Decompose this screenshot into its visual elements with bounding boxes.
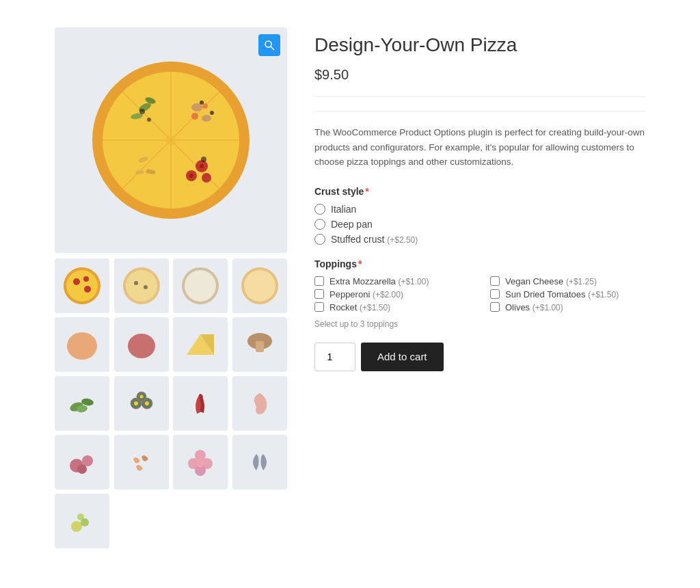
svg-point-64: [196, 459, 204, 468]
toppings-grid: Extra Mozzarella (+$1.00) Pepperoni (+$2…: [314, 276, 645, 315]
svg-point-56: [139, 395, 143, 399]
main-product-image: [55, 27, 287, 253]
svg-point-9: [202, 115, 211, 122]
svg-point-41: [244, 270, 275, 302]
thumbnail-basil[interactable]: [55, 376, 109, 431]
svg-point-32: [83, 276, 89, 282]
svg-point-10: [200, 101, 204, 105]
crust-stuffed-radio[interactable]: [314, 234, 325, 245]
crust-stuffed-option[interactable]: Stuffed crust (+$2.50): [314, 234, 645, 245]
topping-sun-dried-checkbox[interactable]: [490, 289, 500, 299]
thumbnail-strips[interactable]: [114, 435, 169, 490]
svg-point-8: [191, 103, 202, 111]
toppings-label: Toppings *: [314, 258, 645, 269]
topping-sun-dried-label: Sun Dried Tomatoes (+$1.50): [505, 289, 619, 299]
svg-point-17: [139, 109, 145, 114]
crust-style-group: Crust style * Italian Deep pan Stuffed c…: [314, 186, 645, 245]
divider: [314, 96, 645, 97]
thumbnail-leaves[interactable]: [232, 435, 287, 490]
crust-required-star: *: [365, 186, 368, 197]
thumbnail-cheese[interactable]: [173, 317, 228, 372]
svg-point-13: [202, 103, 208, 109]
svg-point-28: [165, 135, 176, 146]
thumbnail-white-pizza[interactable]: [173, 258, 228, 313]
product-images: [55, 27, 287, 548]
svg-point-37: [144, 285, 148, 289]
quantity-input[interactable]: [314, 343, 355, 371]
topping-olives-checkbox[interactable]: [490, 302, 500, 312]
product-details: Design-Your-Own Pizza $9.50 The WooComme…: [314, 27, 645, 371]
topping-mozzarella[interactable]: Extra Mozzarella (+$1.00): [314, 276, 470, 286]
svg-point-54: [145, 401, 149, 405]
zoom-button[interactable]: [258, 34, 280, 56]
topping-sun-dried[interactable]: Sun Dried Tomatoes (+$1.50): [490, 289, 645, 299]
svg-point-42: [67, 332, 97, 360]
svg-point-39: [185, 270, 216, 302]
svg-point-22: [200, 164, 204, 168]
pizza-illustration: [89, 58, 253, 222]
svg-rect-47: [256, 341, 264, 352]
thumbnail-mushroom[interactable]: [232, 317, 287, 372]
crust-stuffed-label: Stuffed crust (+$2.50): [331, 234, 418, 245]
svg-point-33: [84, 286, 91, 293]
svg-point-24: [201, 157, 206, 162]
topping-olives-label: Olives (+$1.00): [505, 302, 563, 312]
toppings-required-star: *: [358, 258, 362, 269]
thumbnail-plain-pizza[interactable]: [114, 258, 169, 313]
topping-rocket-checkbox[interactable]: [314, 302, 324, 312]
crust-deeppan-label: Deep pan: [331, 219, 373, 230]
thumbnail-flower[interactable]: [173, 435, 228, 490]
thumbnail-peach[interactable]: [55, 317, 109, 372]
svg-point-65: [71, 521, 82, 532]
topping-pepperoni[interactable]: Pepperoni (+$2.00): [314, 289, 470, 299]
add-to-cart-button[interactable]: Add to cart: [361, 343, 444, 371]
toppings-group: Toppings * Extra Mozzarella (+$1.00) Pep…: [314, 258, 645, 329]
topping-vegan-cheese-checkbox[interactable]: [490, 276, 500, 286]
svg-point-36: [134, 281, 138, 285]
svg-point-43: [128, 334, 155, 358]
topping-rocket[interactable]: Rocket (+$1.50): [314, 302, 470, 312]
product-description: The WooCommerce Product Options plugin i…: [314, 111, 645, 170]
thumbnail-chili[interactable]: [173, 376, 228, 431]
topping-pepperoni-checkbox[interactable]: [314, 289, 324, 299]
thumbnails-grid: [55, 258, 287, 548]
toppings-hint: Select up to 3 toppings: [314, 319, 645, 329]
svg-point-21: [202, 173, 211, 183]
topping-vegan-cheese[interactable]: Vegan Cheese (+$1.25): [490, 276, 645, 286]
stuffed-crust-price: (+$2.50): [387, 235, 418, 245]
svg-point-31: [73, 278, 80, 285]
svg-point-23: [189, 174, 193, 178]
svg-point-12: [191, 113, 198, 120]
topping-rocket-label: Rocket (+$1.50): [329, 302, 390, 312]
topping-olives[interactable]: Olives (+$1.00): [490, 302, 645, 312]
topping-mozzarella-checkbox[interactable]: [314, 276, 324, 286]
zoom-icon: [264, 40, 275, 51]
product-layout: Design-Your-Own Pizza $9.50 The WooComme…: [55, 27, 645, 548]
thumbnail-tomato[interactable]: [114, 317, 169, 372]
svg-point-52: [134, 401, 138, 405]
topping-pepperoni-label: Pepperoni (+$2.00): [329, 289, 403, 299]
svg-point-18: [147, 118, 151, 122]
thumbnail-plain-dough[interactable]: [232, 258, 287, 313]
product-title: Design-Your-Own Pizza: [314, 34, 645, 56]
svg-point-59: [77, 464, 87, 474]
svg-point-35: [126, 270, 157, 302]
crust-italian-option[interactable]: Italian: [314, 204, 645, 215]
thumbnail-tomato2[interactable]: [55, 435, 109, 490]
topping-mozzarella-label: Extra Mozzarella (+$1.00): [329, 276, 429, 286]
svg-point-67: [77, 513, 84, 520]
topping-vegan-cheese-label: Vegan Cheese (+$1.25): [505, 276, 597, 286]
product-price: $9.50: [314, 67, 645, 83]
crust-italian-radio[interactable]: [314, 204, 325, 215]
crust-style-label: Crust style *: [314, 186, 645, 197]
thumbnail-olives[interactable]: [114, 376, 169, 431]
crust-italian-label: Italian: [331, 204, 356, 215]
thumbnail-shrimp[interactable]: [232, 376, 287, 431]
svg-line-1: [271, 46, 274, 50]
thumbnail-pizza[interactable]: [55, 258, 109, 313]
svg-point-30: [66, 270, 98, 302]
crust-deeppan-option[interactable]: Deep pan: [314, 219, 645, 230]
thumbnail-small-balls[interactable]: [55, 494, 109, 548]
crust-deeppan-radio[interactable]: [314, 219, 325, 230]
svg-point-11: [210, 111, 214, 115]
